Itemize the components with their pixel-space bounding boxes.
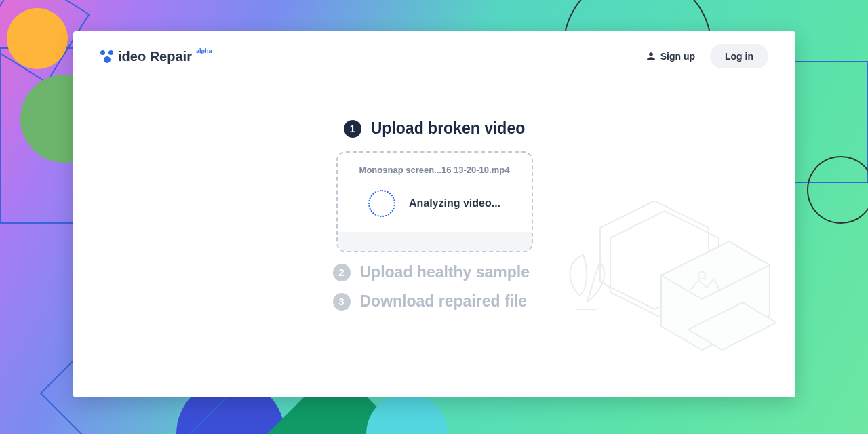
user-icon [646, 52, 656, 61]
step-2-title: Upload healthy sample [360, 263, 530, 281]
signup-label: Sign up [660, 51, 695, 62]
auth-actions: Sign up Log in [646, 44, 768, 68]
signup-link[interactable]: Sign up [646, 51, 695, 62]
uploaded-filename: Monosnap screen...16 13-20-10.mp4 [359, 165, 510, 175]
step-2-header: 2 Upload healthy sample [333, 263, 536, 281]
logo-icon [100, 49, 115, 64]
step-1-header: 1 Upload broken video [344, 119, 525, 138]
step-3-number: 3 [333, 293, 351, 311]
upload-dropzone[interactable]: Monosnap screen...16 13-20-10.mp4 Analyz… [336, 151, 533, 252]
step-3-title: Download repaired file [360, 292, 528, 311]
logo[interactable]: ideo Repair alpha [100, 49, 210, 64]
step-1-number: 1 [344, 120, 361, 138]
step-2-number: 2 [333, 264, 351, 281]
logo-badge: alpha [196, 47, 212, 54]
dropzone-footer [338, 232, 532, 251]
analyze-status: Analyzing video... [409, 197, 500, 210]
analyze-row: Analyzing video... [368, 190, 500, 217]
step-3-header: 3 Download repaired file [333, 292, 536, 311]
main-steps: 1 Upload broken video Monosnap screen...… [73, 119, 795, 311]
step-1-title: Upload broken video [371, 119, 525, 138]
header: ideo Repair alpha Sign up Log in [73, 31, 795, 81]
logo-text: ideo Repair [118, 49, 192, 64]
login-button[interactable]: Log in [710, 44, 768, 68]
app-card: ideo Repair alpha Sign up Log in 1 Uploa… [73, 31, 795, 397]
spinner-icon [368, 190, 395, 217]
